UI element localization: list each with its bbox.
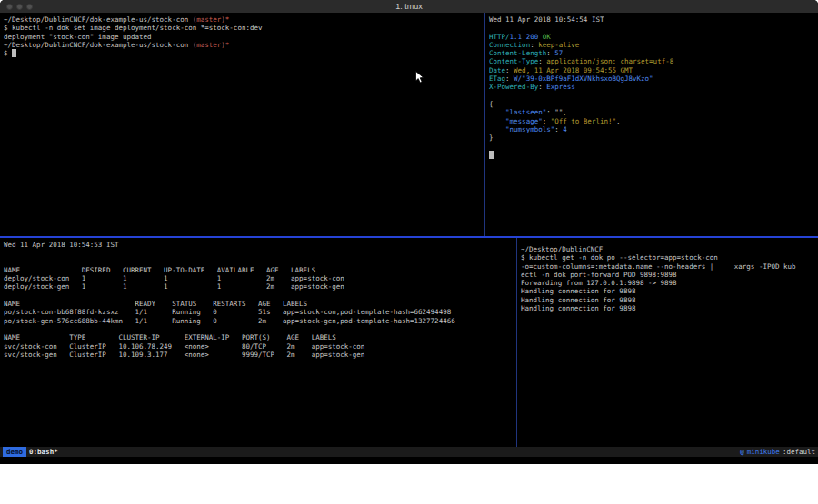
terminal-line <box>489 24 814 32</box>
terminal-line: Handling connection for 9898 <box>521 296 814 304</box>
terminal-line: ~/Desktop/DublinCNCF <box>521 245 814 253</box>
terminal-line: NAME TYPE CLUSTER-IP EXTERNAL-IP PORT(S)… <box>4 333 513 341</box>
terminal-line: Handling connection for 9898 <box>521 304 814 312</box>
pane-http-response[interactable]: Wed 11 Apr 2018 10:54:54 IST HTTP/1.1 20… <box>485 13 818 236</box>
terminal-line: Forwarding from 127.0.0.1:9898 -> 9898 <box>521 279 814 287</box>
tmux-pane-grid: ~/Desktop/DublinCNCF/dok-example-us/stoc… <box>0 13 818 447</box>
close-button[interactable] <box>6 4 13 10</box>
kube-context-namespace: :default <box>783 447 815 457</box>
terminal-line: { <box>489 100 814 108</box>
terminal-line: Wed 11 Apr 2018 10:54:54 IST <box>489 15 814 24</box>
terminal-line: Content-Type: application/json; charset=… <box>489 57 814 65</box>
terminal-line: deploy/stock-gen 1 1 1 1 2m app=stock-ge… <box>4 282 513 291</box>
terminal-line <box>4 292 513 300</box>
terminal-line: -o=custom-columns=:metadata.name --no-he… <box>521 262 814 271</box>
terminal-line: ~/Desktop/DublinCNCF/dok-example-us/stoc… <box>4 15 481 24</box>
terminal-line <box>489 92 814 100</box>
terminal-line: deploy/stock-con 1 1 1 1 2m app=stock-co… <box>4 274 513 282</box>
active-window-label[interactable]: 0:bash* <box>29 447 58 457</box>
pane-kubectl-resources[interactable]: Wed 11 Apr 2018 10:54:53 IST NAME DESIRE… <box>0 238 516 447</box>
terminal-line: Connection: keep-alive <box>489 41 814 49</box>
terminal-line: po/stock-con-bb68f88fd-kzsxz 1/1 Running… <box>4 308 513 316</box>
terminal-line: deployment "stock-con" image updated <box>4 33 481 41</box>
terminal-line: Date: Wed, 11 Apr 2018 09:54:55 GMT <box>489 66 814 74</box>
terminal-line: NAME READY STATUS RESTARTS AGE LABELS <box>4 300 513 308</box>
terminal-line: X-Powered-By: Express <box>489 83 814 91</box>
terminal-line: } <box>489 133 814 142</box>
terminal-line: svc/stock-con ClusterIP 10.106.78.249 <n… <box>4 342 513 351</box>
terminal-line <box>4 249 513 257</box>
terminal-line: HTTP/1.1 200 OK <box>489 33 814 41</box>
terminal-line <box>489 142 814 150</box>
kube-context-icon: @ <box>740 447 744 457</box>
window-bottom-filler <box>0 457 818 464</box>
traffic-lights <box>6 4 33 10</box>
window-titlebar[interactable]: 1. tmux <box>0 0 818 13</box>
minimize-button[interactable] <box>16 4 23 10</box>
pane-shell-deploy[interactable]: ~/Desktop/DublinCNCF/dok-example-us/stoc… <box>0 13 484 236</box>
tmux-status-bar: demo 0:bash* @minikube:default <box>0 447 818 457</box>
terminal-line: $ <box>4 49 481 57</box>
pane-port-forward[interactable]: ~/Desktop/DublinCNCF$ kubectl get -n dok… <box>517 238 818 447</box>
terminal-line <box>4 325 513 333</box>
terminal-line: $ kubectl get -n dok po --selector=app=s… <box>521 253 814 262</box>
mouse-pointer-icon <box>415 71 424 84</box>
terminal-window: 1. tmux ~/Desktop/DublinCNCF/dok-example… <box>0 0 818 464</box>
terminal-line: ~/Desktop/DublinCNCF/dok-example-us/stoc… <box>4 41 481 49</box>
status-left: demo 0:bash* <box>3 447 58 457</box>
terminal-line: po/stock-gen-576cc688bb-44kmn 1/1 Runnin… <box>4 317 513 325</box>
terminal-line: "message": "Off to Berlin!", <box>489 117 814 125</box>
terminal-line: ectl -n dok port-forward POD 9898:9898 <box>521 271 814 279</box>
terminal-line: "numsymbols": 4 <box>489 125 814 133</box>
kube-context-name: minikube <box>747 447 780 457</box>
session-name-badge[interactable]: demo <box>3 447 26 457</box>
status-right: @minikube:default <box>740 447 815 457</box>
terminal-line: svc/stock-gen ClusterIP 10.109.3.177 <no… <box>4 351 513 359</box>
terminal-line <box>489 151 814 159</box>
terminal-line: $ kubectl -n dok set image deployment/st… <box>4 24 481 32</box>
terminal-line: "lastseen": "", <box>489 108 814 116</box>
zoom-button[interactable] <box>26 4 33 10</box>
terminal-line: Content-Length: 57 <box>489 49 814 57</box>
terminal-line: Wed 11 Apr 2018 10:54:53 IST <box>4 241 513 249</box>
terminal-line: ETag: W/"39-0xBPf9aF1dXVNkhsxoBQgJ8vKzo" <box>489 74 814 83</box>
terminal-line: Handling connection for 9898 <box>521 287 814 295</box>
terminal-line <box>4 258 513 266</box>
window-title: 1. tmux <box>395 0 423 13</box>
terminal-line: NAME DESIRED CURRENT UP-TO-DATE AVAILABL… <box>4 266 513 274</box>
